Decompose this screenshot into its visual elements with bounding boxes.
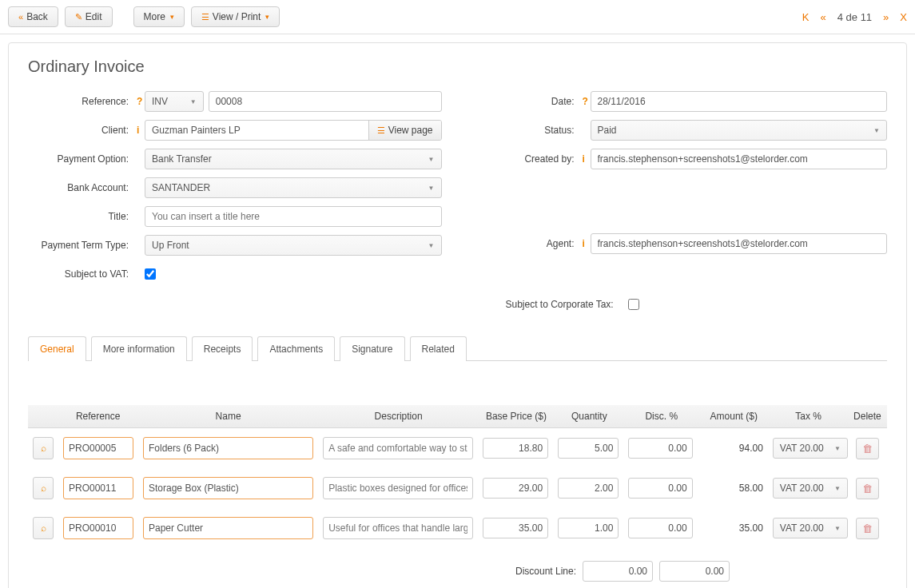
triangle-down-icon: ▼ <box>428 156 435 163</box>
info-icon[interactable]: i <box>137 125 145 136</box>
line-price-input[interactable] <box>483 438 548 459</box>
col-quantity: Quantity <box>554 405 624 427</box>
page-indicator: 4 de 11 <box>837 11 872 23</box>
reference-prefix-select[interactable]: INV▼ <box>145 91 204 112</box>
line-name-input[interactable] <box>143 437 313 459</box>
lookup-button[interactable]: ⌕ <box>33 477 54 499</box>
form-right-column: Date: ? Status: Paid▼ Created by: i Agen… <box>474 90 888 322</box>
more-button[interactable]: More▾ <box>133 6 185 27</box>
chevron-left-icon: « <box>18 12 23 22</box>
delete-line-button[interactable]: 🗑 <box>856 438 879 459</box>
line-tax-select[interactable]: VAT 20.00▼ <box>773 478 848 499</box>
next-page-icon[interactable]: » <box>883 11 889 23</box>
line-discount-input[interactable] <box>628 438 692 459</box>
col-description: Description <box>319 405 479 427</box>
reference-label: Reference: <box>28 96 137 107</box>
prev-page-icon[interactable]: « <box>820 11 825 23</box>
line-item-row: ⌕58.00VAT 20.00▼🗑 <box>28 468 887 508</box>
edit-button[interactable]: ✎Edit <box>65 6 113 27</box>
client-label: Client: <box>28 125 137 136</box>
payment-term-select[interactable]: Up Front▼ <box>145 235 442 256</box>
line-quantity-input[interactable] <box>558 478 619 499</box>
view-print-button[interactable]: ☰View / Print▾ <box>191 6 280 27</box>
col-amount: Amount ($) <box>698 405 769 427</box>
form-left-column: Reference: ? INV▼ Client: i Guzman Paint… <box>28 90 442 322</box>
triangle-down-icon: ▼ <box>834 485 841 492</box>
delete-line-button[interactable]: 🗑 <box>856 478 879 499</box>
trash-icon: 🗑 <box>862 443 873 455</box>
created-by-label: Created by: <box>474 153 583 165</box>
tab-attachments[interactable]: Attachments <box>257 336 335 361</box>
back-label: Back <box>26 11 48 22</box>
line-amount-value: 35.00 <box>698 517 768 539</box>
triangle-down-icon: ▼ <box>190 98 197 105</box>
tab-signature[interactable]: Signature <box>340 336 404 361</box>
lookup-button[interactable]: ⌕ <box>33 437 54 459</box>
line-name-input[interactable] <box>143 477 313 499</box>
delete-line-button[interactable]: 🗑 <box>856 518 879 539</box>
discount-line-label: Discount Line: <box>515 566 576 577</box>
status-select[interactable]: Paid▼ <box>591 120 888 141</box>
line-reference-input[interactable] <box>63 517 133 539</box>
line-tax-select[interactable]: VAT 20.00▼ <box>773 438 848 459</box>
client-input-group: Guzman Painters LP ☰View page <box>145 120 442 141</box>
invoice-card: Ordinary Invoice Reference: ? INV▼ Clien… <box>8 42 907 588</box>
list-icon: ☰ <box>377 125 385 136</box>
help-icon[interactable]: ? <box>137 96 145 107</box>
pencil-icon: ✎ <box>75 12 82 22</box>
discount-value-2-input[interactable] <box>659 561 730 582</box>
line-quantity-input[interactable] <box>558 518 619 538</box>
first-page-icon[interactable]: K <box>802 11 810 23</box>
tab-bar: General More information Receipts Attach… <box>28 336 887 361</box>
payment-term-label: Payment Term Type: <box>28 240 137 251</box>
info-icon[interactable]: i <box>583 238 591 249</box>
last-page-icon[interactable]: X <box>900 11 907 23</box>
reference-number-input[interactable] <box>209 91 442 112</box>
subject-to-vat-label: Subject to VAT: <box>28 268 137 280</box>
line-discount-input[interactable] <box>628 478 692 499</box>
lookup-button[interactable]: ⌕ <box>33 517 54 539</box>
col-discount: Disc. % <box>625 405 698 427</box>
trash-icon: 🗑 <box>862 522 873 534</box>
line-reference-input[interactable] <box>63 437 133 459</box>
back-button[interactable]: «Back <box>8 6 58 27</box>
line-price-input[interactable] <box>483 478 548 499</box>
page-title: Ordinary Invoice <box>28 58 887 76</box>
discount-value-1-input[interactable] <box>583 561 653 582</box>
view-page-button[interactable]: ☰View page <box>368 121 441 140</box>
col-base-price: Base Price ($) <box>479 405 554 427</box>
tab-receipts[interactable]: Receipts <box>192 336 253 361</box>
title-input[interactable] <box>145 206 442 227</box>
line-amount-value: 58.00 <box>698 477 768 499</box>
chevron-down-icon: ▾ <box>265 13 269 21</box>
tab-general[interactable]: General <box>28 336 86 361</box>
line-quantity-input[interactable] <box>558 438 619 459</box>
title-label: Title: <box>28 211 137 222</box>
created-by-input[interactable] <box>591 149 888 169</box>
payment-option-select[interactable]: Bank Transfer▼ <box>145 149 442 169</box>
help-icon[interactable]: ? <box>583 96 591 107</box>
tab-more-information[interactable]: More information <box>91 336 187 361</box>
line-discount-input[interactable] <box>628 518 692 538</box>
line-description-input[interactable] <box>323 437 473 459</box>
client-input[interactable]: Guzman Painters LP <box>145 121 368 140</box>
info-icon[interactable]: i <box>583 153 591 165</box>
chevron-down-icon: ▾ <box>170 13 174 21</box>
line-name-input[interactable] <box>143 517 313 539</box>
date-input[interactable] <box>591 91 888 112</box>
line-description-input[interactable] <box>323 517 473 539</box>
line-reference-input[interactable] <box>63 477 133 499</box>
triangle-down-icon: ▼ <box>834 525 841 532</box>
date-label: Date: <box>474 96 583 107</box>
agent-input[interactable] <box>591 233 888 254</box>
line-description-input[interactable] <box>323 477 473 499</box>
view-print-label: View / Print <box>213 11 261 22</box>
line-tax-select[interactable]: VAT 20.00▼ <box>773 518 848 538</box>
line-price-input[interactable] <box>483 518 548 538</box>
bank-account-select[interactable]: SANTANDER▼ <box>145 177 442 198</box>
triangle-down-icon: ▼ <box>428 242 435 249</box>
corporate-tax-checkbox[interactable] <box>628 299 639 310</box>
tab-related[interactable]: Related <box>410 336 467 361</box>
subject-to-vat-checkbox[interactable] <box>145 268 156 280</box>
paginator: K « 4 de 11 » X <box>802 11 907 23</box>
